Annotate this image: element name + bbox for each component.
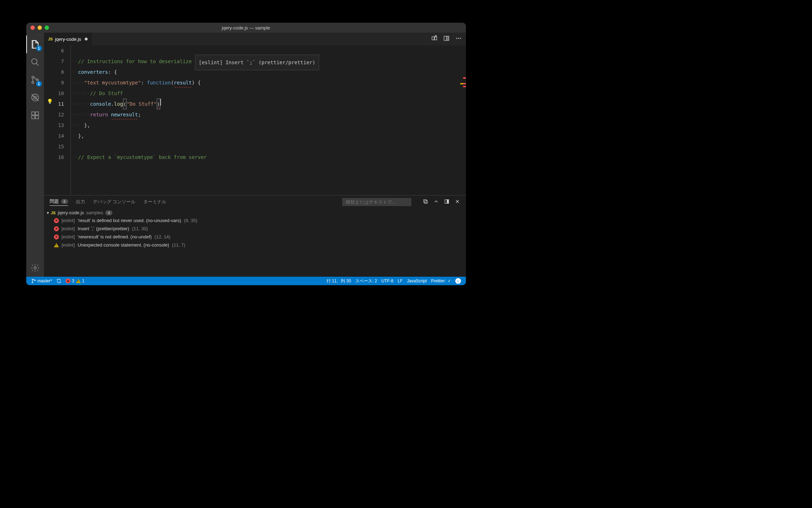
panel-tabs: 問題 4 出力 デバッグ コンソール ターミナル (44, 195, 466, 208)
search-icon[interactable] (26, 53, 44, 71)
svg-rect-12 (432, 37, 434, 40)
svg-rect-9 (35, 116, 39, 119)
minimap[interactable] (460, 45, 466, 195)
extensions-icon[interactable] (26, 106, 44, 124)
problem-item[interactable]: ✕[eslint]'result' is defined but never u… (44, 216, 466, 225)
problems-count: 4 (61, 199, 68, 204)
problem-source: [eslint] (62, 218, 75, 223)
line-number: 12 (55, 109, 64, 120)
explorer-icon[interactable]: 1 (26, 35, 44, 53)
scm-icon[interactable]: 1 (26, 71, 44, 89)
tab-file[interactable]: JS jqery-code.js (44, 33, 92, 45)
svg-rect-24 (447, 199, 449, 203)
minimap-warning-mark (460, 83, 463, 84)
problem-location: (9, 35) (184, 218, 198, 223)
svg-point-4 (36, 79, 38, 81)
feedback-icon[interactable]: ☺ (453, 277, 463, 285)
tab-label: jqery-code.js (55, 37, 81, 42)
cursor (160, 99, 161, 106)
content-area: JS jqery-code.js 💡 678910111213141516 (44, 33, 466, 277)
line-number: 16 (55, 152, 64, 162)
minimap-error-mark (463, 83, 466, 84)
explorer-badge: 1 (36, 45, 42, 51)
tab-terminal[interactable]: ターミナル (143, 199, 166, 205)
svg-point-11 (34, 267, 36, 269)
line-number: 7 (55, 56, 64, 67)
svg-rect-7 (32, 112, 35, 115)
svg-point-19 (458, 38, 459, 39)
lightbulb-icon[interactable]: 💡 (47, 99, 53, 104)
maximize-panel-icon[interactable] (444, 199, 450, 205)
code-area[interactable]: ··// Instructions for how to deserialize… (71, 45, 460, 195)
line-numbers: 678910111213141516 (55, 45, 71, 195)
problem-item[interactable]: ✕[eslint]Insert `;` (prettier/prettier)(… (44, 225, 466, 233)
debug-icon[interactable] (26, 89, 44, 106)
svg-rect-10 (35, 112, 39, 115)
line-number: 10 (55, 88, 64, 99)
scm-badge: 1 (36, 81, 42, 87)
eol-status[interactable]: LF (395, 277, 405, 285)
line-number: 15 (55, 141, 64, 152)
titlebar[interactable]: jqery-code.js — sample (26, 23, 466, 33)
collapse-all-icon[interactable] (423, 199, 428, 205)
minimap-error-mark (463, 77, 466, 79)
maximize-icon[interactable] (45, 26, 49, 30)
traffic-lights (30, 26, 49, 30)
svg-point-28 (32, 282, 33, 283)
settings-gear-icon[interactable] (26, 259, 44, 277)
hover-tooltip: [eslint] Insert `;` (prettier/prettier) (195, 55, 319, 70)
tab-output[interactable]: 出力 (76, 199, 85, 205)
encoding-status[interactable]: UTF-8 (379, 277, 395, 285)
errors-warnings-status[interactable]: ✕ 3 1 (63, 277, 87, 285)
window-title: jqery-code.js — sample (222, 25, 270, 31)
problem-source: [eslint] (62, 234, 75, 239)
sync-icon[interactable] (54, 277, 63, 285)
prettier-status[interactable]: Prettier: (429, 277, 453, 285)
branch-status[interactable]: master* (29, 277, 54, 285)
main-area: 1 1 JS jqery-co (26, 33, 466, 277)
problem-source: [eslint] (62, 226, 75, 231)
problem-message: 'newresult' is not defined. (no-undef) (78, 234, 152, 239)
js-file-icon: JS (48, 37, 53, 41)
svg-point-2 (32, 76, 33, 78)
problem-item[interactable]: ✕[eslint]'newresult' is not defined. (no… (44, 233, 466, 241)
line-number: 11 (55, 99, 64, 109)
tab-debug-console[interactable]: デバッグ コンソール (93, 199, 136, 205)
vscode-window: jqery-code.js — sample 1 1 (26, 23, 466, 285)
close-icon[interactable] (30, 26, 35, 30)
chevron-up-icon[interactable] (433, 199, 439, 205)
chevron-down-icon[interactable]: ▾ (47, 210, 49, 215)
warning-icon (54, 243, 59, 247)
indentation-status[interactable]: スペース: 2 (353, 277, 379, 285)
panel: 問題 4 出力 デバッグ コンソール ターミナル (44, 195, 466, 277)
tab-problems[interactable]: 問題 4 (50, 198, 68, 206)
more-icon[interactable] (455, 35, 462, 43)
minimize-icon[interactable] (38, 26, 42, 30)
problem-location: (11, 30) (132, 226, 148, 231)
problem-message: Insert `;` (prettier/prettier) (78, 226, 129, 231)
glyph-margin: 💡 (44, 45, 55, 195)
cursor-position[interactable]: 行 11、列 30 (324, 277, 353, 285)
problem-file-path: samples (86, 210, 103, 215)
compare-icon[interactable] (431, 35, 438, 43)
svg-point-27 (32, 279, 33, 280)
error-icon: ✕ (54, 226, 59, 231)
svg-point-20 (460, 38, 461, 39)
file-problem-count: 4 (105, 210, 112, 215)
problem-file-header[interactable]: ▾ JS jqery-code.js samples 4 (44, 209, 466, 216)
language-status[interactable]: JavaScript (405, 277, 429, 285)
problems-list: ▾ JS jqery-code.js samples 4 ✕[eslint]'r… (44, 208, 466, 277)
line-number: 14 (55, 131, 64, 141)
problem-message: Unexpected console statement. (no-consol… (78, 242, 169, 248)
split-editor-icon[interactable] (443, 35, 450, 43)
editor[interactable]: 💡 678910111213141516 ··// Instructions f… (44, 45, 466, 195)
problems-filter-input[interactable] (342, 198, 411, 206)
line-number: 9 (55, 77, 64, 88)
problem-item[interactable]: [eslint]Unexpected console statement. (n… (44, 241, 466, 249)
tab-bar: JS jqery-code.js (44, 33, 466, 45)
check-icon (447, 278, 451, 283)
warning-icon (76, 279, 81, 283)
close-panel-icon[interactable] (455, 199, 460, 205)
problem-location: (12, 14) (155, 234, 171, 239)
svg-rect-22 (424, 200, 427, 203)
